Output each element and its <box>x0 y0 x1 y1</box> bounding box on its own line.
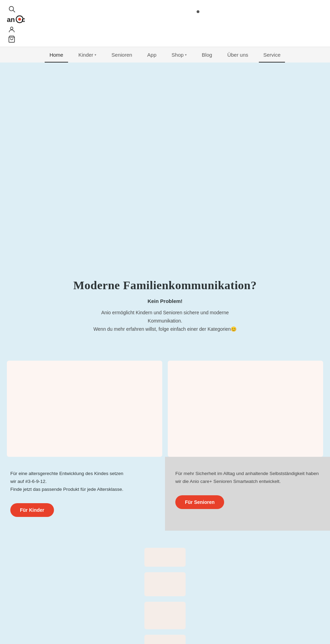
svg-text:an: an <box>7 16 15 23</box>
nav-item-blog[interactable]: Blog <box>194 47 220 63</box>
thumbnails-section <box>0 531 330 644</box>
bottom-card-senioren: Für mehr Sicherheit im Alltag und anhalt… <box>165 457 330 531</box>
hero-section <box>0 63 330 258</box>
fuer-senioren-button[interactable]: Für Senioren <box>175 495 224 509</box>
main-title: Moderne Familienkommunikation? <box>7 279 323 292</box>
nav-item-ueber-uns[interactable]: Über uns <box>220 47 256 63</box>
user-icon[interactable] <box>7 25 16 34</box>
svg-text:o: o <box>22 16 25 23</box>
search-icon[interactable] <box>7 4 16 14</box>
svg-point-6 <box>10 27 13 30</box>
main-content: Moderne Familienkommunikation? Kein Prob… <box>0 258 330 350</box>
chevron-down-icon: ▾ <box>95 53 96 57</box>
svg-point-4 <box>18 18 21 21</box>
dot-indicator <box>197 10 199 13</box>
bottom-card-kinder: Für eine altersgerechte Entwicklung des … <box>0 457 165 531</box>
card-kinder-image <box>7 361 162 457</box>
main-subtitle: Kein Problem! <box>7 298 323 304</box>
fuer-kinder-button[interactable]: Für Kinder <box>10 503 54 517</box>
card-senioren-image <box>168 361 323 457</box>
nav-item-service[interactable]: Service <box>256 47 288 63</box>
chevron-down-icon-shop: ▾ <box>185 53 187 57</box>
nav-item-home[interactable]: Home <box>42 47 71 63</box>
kinder-text: Für eine altersgerechte Entwicklung des … <box>10 470 155 494</box>
nav: Home Kinder ▾ Senioren App Shop ▾ Blog Ü… <box>0 47 330 63</box>
svg-line-1 <box>13 10 15 12</box>
nav-item-shop[interactable]: Shop ▾ <box>164 47 194 63</box>
senioren-text: Für mehr Sicherheit im Alltag und anhalt… <box>175 470 320 486</box>
bottom-cards: Für eine altersgerechte Entwicklung des … <box>0 457 330 531</box>
cards-section <box>0 350 330 457</box>
nav-item-kinder[interactable]: Kinder ▾ <box>71 47 104 63</box>
main-description: Anio ermöglicht Kindern und Senioren sic… <box>86 309 244 333</box>
logo[interactable]: an o <box>7 14 25 24</box>
header-top: an o <box>0 0 330 47</box>
thumbnail-4 <box>144 635 186 644</box>
header: an o Home <box>0 0 330 63</box>
nav-item-app[interactable]: App <box>140 47 164 63</box>
thumbnail-3 <box>144 602 186 629</box>
cart-icon[interactable] <box>7 34 16 44</box>
thumbnail-2 <box>144 572 186 596</box>
nav-item-senioren[interactable]: Senioren <box>104 47 140 63</box>
thumbnail-1 <box>144 548 186 567</box>
